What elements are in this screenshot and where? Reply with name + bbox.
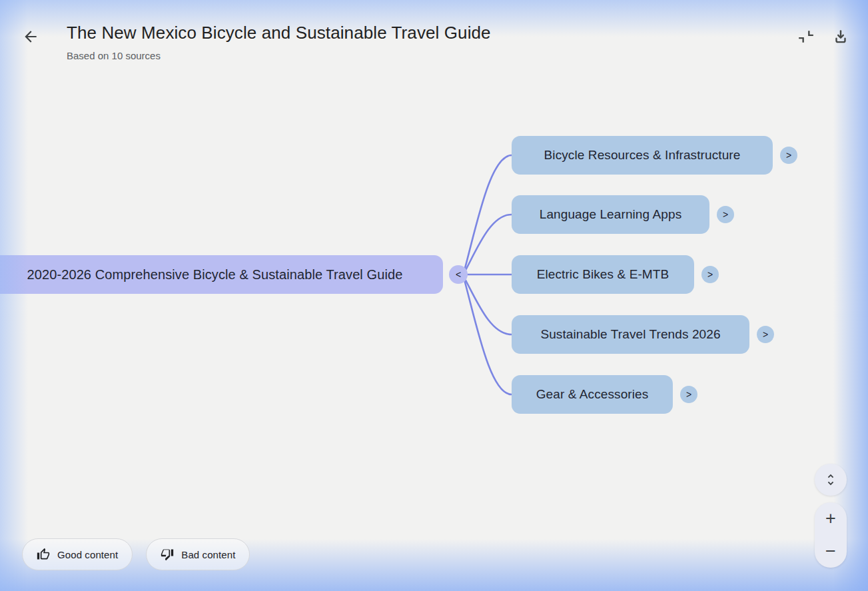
child-node-gear-accessories[interactable]: Gear & Accessories <box>512 375 673 414</box>
child-node-row: Electric Bikes & E-MTB > <box>512 255 719 294</box>
child-node-row: Language Learning Apps > <box>512 195 734 234</box>
connector-curve <box>464 155 512 273</box>
unfold-more-icon <box>823 472 838 487</box>
root-node-row: 2020-2026 Comprehensive Bicycle & Sustai… <box>0 255 468 294</box>
expand-button[interactable]: > <box>680 386 697 403</box>
child-node-electric-bikes[interactable]: Electric Bikes & E-MTB <box>512 255 694 294</box>
thumbs-down-icon <box>161 548 174 561</box>
good-content-label: Good content <box>57 549 118 560</box>
child-node-row: Gear & Accessories > <box>512 375 697 414</box>
back-button[interactable] <box>20 26 41 47</box>
page-subtitle: Based on 10 sources <box>67 50 491 61</box>
expand-button[interactable]: > <box>701 266 719 283</box>
header-actions <box>797 27 850 46</box>
unfold-nodes-button[interactable] <box>815 464 847 496</box>
good-content-button[interactable]: Good content <box>22 538 133 570</box>
bad-content-button[interactable]: Bad content <box>146 538 250 570</box>
root-node[interactable]: 2020-2026 Comprehensive Bicycle & Sustai… <box>0 255 443 294</box>
zoom-in-button[interactable]: + <box>815 502 847 535</box>
bad-content-label: Bad content <box>181 549 235 560</box>
page-title: The New Mexico Bicycle and Sustainable T… <box>67 22 491 43</box>
expand-button[interactable]: > <box>717 206 734 223</box>
connector-canvas <box>0 0 868 591</box>
download-button[interactable] <box>831 27 850 46</box>
feedback-bar: Good content Bad content <box>22 538 250 570</box>
zoom-out-button[interactable]: − <box>815 535 847 568</box>
expand-button[interactable]: > <box>780 147 797 164</box>
title-block: The New Mexico Bicycle and Sustainable T… <box>67 22 491 61</box>
collapse-content-button[interactable] <box>797 27 815 46</box>
child-node-row: Sustainable Travel Trends 2026 > <box>512 315 774 354</box>
child-node-row: Bicycle Resources & Infrastructure > <box>512 136 797 175</box>
connector-curve <box>464 277 512 394</box>
arrow-back-icon <box>22 28 39 45</box>
root-collapse-button[interactable]: < <box>449 265 468 284</box>
collapse-content-icon <box>797 28 815 45</box>
download-icon <box>832 28 849 45</box>
zoom-controls: + − <box>815 502 847 568</box>
child-node-bicycle-resources[interactable]: Bicycle Resources & Infrastructure <box>512 136 773 175</box>
expand-button[interactable]: > <box>757 326 774 343</box>
thumbs-up-icon <box>37 548 50 561</box>
child-node-sustainable-trends[interactable]: Sustainable Travel Trends 2026 <box>512 315 749 354</box>
child-node-language-apps[interactable]: Language Learning Apps <box>512 195 709 234</box>
